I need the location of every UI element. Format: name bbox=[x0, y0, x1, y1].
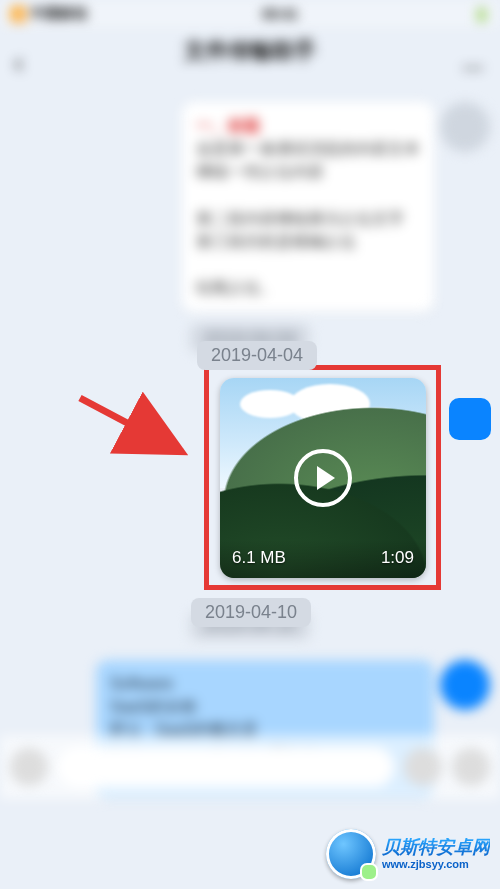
video-size: 6.1 MB bbox=[232, 548, 286, 568]
play-icon[interactable] bbox=[294, 449, 352, 507]
message-input[interactable] bbox=[58, 747, 394, 787]
voice-button[interactable] bbox=[10, 748, 48, 786]
msg-text: 结尾占位。 bbox=[196, 276, 420, 299]
msg-text: 这是第一条测试消息的内容文本 bbox=[196, 137, 420, 160]
msg-text: 第三段仍然是模糊占位 bbox=[196, 230, 420, 253]
watermark-logo-icon bbox=[326, 829, 376, 879]
emoji-button[interactable] bbox=[404, 748, 442, 786]
video-message[interactable]: 6.1 MB 1:09 bbox=[220, 378, 426, 578]
msg-text: SaaS的全称 bbox=[110, 695, 420, 718]
input-bar bbox=[0, 735, 500, 799]
video-duration: 1:09 bbox=[381, 548, 414, 568]
avatar[interactable] bbox=[440, 102, 490, 152]
carrier-label: 中国移动 bbox=[31, 5, 87, 23]
status-bar: 📶 中国移动 09:41 🔋 bbox=[0, 0, 500, 28]
avatar[interactable] bbox=[440, 660, 490, 710]
msg-text: Software bbox=[110, 672, 420, 695]
watermark-url: www.zjbsyy.com bbox=[382, 858, 490, 870]
timestamp-pill: 2019-04-10 bbox=[191, 598, 311, 627]
more-button[interactable]: … bbox=[462, 50, 486, 76]
msg-text: 一、标题 bbox=[196, 114, 420, 137]
signal-icon: 📶 bbox=[10, 6, 27, 22]
nav-bar: ‹ 文件传输助手 … bbox=[0, 28, 500, 98]
message-bubble[interactable]: 一、标题 这是第一条测试消息的内容文本 继续一些占位内容 第二段内容继续展示占位… bbox=[182, 102, 434, 312]
avatar[interactable] bbox=[449, 398, 491, 440]
message-row: 一、标题 这是第一条测试消息的内容文本 继续一些占位内容 第二段内容继续展示占位… bbox=[10, 102, 490, 312]
status-time: 09:41 bbox=[262, 6, 298, 22]
back-button[interactable]: ‹ bbox=[14, 47, 23, 79]
page-title: 文件传输助手 bbox=[0, 36, 500, 66]
add-button[interactable] bbox=[452, 748, 490, 786]
battery-icon: 🔋 bbox=[473, 6, 490, 22]
msg-text: 继续一些占位内容 bbox=[196, 160, 420, 183]
msg-text: 第二段内容继续展示占位文字 bbox=[196, 207, 420, 230]
timestamp-pill: 2019-04-04 bbox=[197, 341, 317, 370]
watermark-title: 贝斯特安卓网 bbox=[382, 838, 490, 858]
watermark: 贝斯特安卓网 www.zjbsyy.com bbox=[326, 829, 490, 879]
